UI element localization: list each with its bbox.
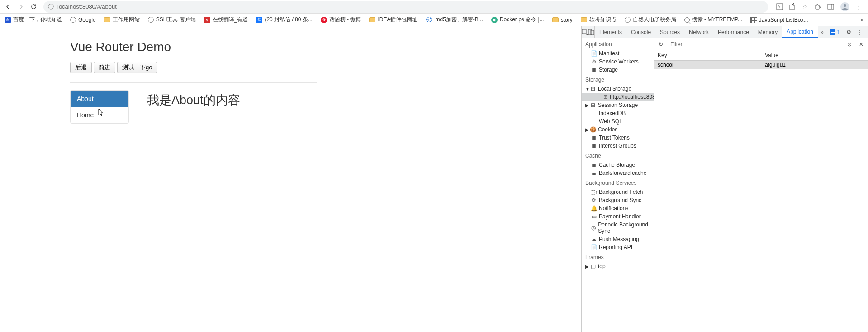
tree-label: Interest Groups xyxy=(599,143,636,149)
settings-icon[interactable]: ⚙ xyxy=(844,29,854,35)
tree-item[interactable]: ▶▢top xyxy=(582,262,654,270)
bookmark-item[interactable]: Google xyxy=(70,17,96,23)
delete-icon[interactable]: ✕ xyxy=(856,41,866,48)
devtools-tab-console[interactable]: Console xyxy=(626,26,655,38)
bookmark-icon: 〄 xyxy=(426,16,433,24)
tree-item[interactable]: ≣Trust Tokens xyxy=(582,134,654,142)
bookmark-item[interactable]: 〄md5加密、解密-B... xyxy=(426,16,483,24)
bookmarks-overflow[interactable]: » xyxy=(860,16,863,23)
bookmark-icon xyxy=(148,17,154,23)
info-icon: ⓘ xyxy=(48,3,54,11)
share-icon[interactable] xyxy=(789,3,796,10)
tree-item[interactable]: ≣Cache Storage xyxy=(582,161,654,169)
bookmark-item[interactable]: 软考知识点 xyxy=(581,16,617,24)
tree-item[interactable]: ⚙Service Workers xyxy=(582,58,654,66)
page-content: Vue Router Demo 后退 前进 测试一下go About Home … xyxy=(0,26,581,332)
tree-icon: ⊞ xyxy=(603,94,608,100)
devtools-close-icon[interactable]: ✕ xyxy=(865,29,868,35)
address-bar[interactable]: ⓘ localhost:8080/#/about xyxy=(43,1,768,13)
url-text: localhost:8080/#/about xyxy=(57,3,117,10)
tree-item[interactable]: ▭Payment Handler xyxy=(582,212,654,221)
device-toggle-icon[interactable] xyxy=(588,26,595,38)
tree-item[interactable]: ≣Interest Groups xyxy=(582,142,654,150)
profile-icon[interactable] xyxy=(840,2,849,11)
bookmark-item[interactable]: 自然人电子税务局 xyxy=(625,16,676,24)
devtools-application-tree: Application📄Manifest⚙Service Workers≣Sto… xyxy=(582,38,654,332)
tree-label: Back/forward cache xyxy=(599,170,646,176)
bookmark-label: (20 封私信 / 80 条... xyxy=(265,16,312,24)
tree-icon: ⊞ xyxy=(590,102,596,108)
storage-col-value[interactable]: Value xyxy=(761,50,868,61)
tree-icon: ≣ xyxy=(591,143,597,149)
tree-item[interactable]: 🔔Notifications xyxy=(582,204,654,212)
bookmark-item[interactable]: 知(20 封私信 / 80 条... xyxy=(256,16,312,24)
button-row: 后退 前进 测试一下go xyxy=(70,62,317,73)
devtools-tab-network[interactable]: Network xyxy=(684,26,713,38)
nav-item-home[interactable]: Home xyxy=(71,107,128,123)
tree-item[interactable]: ▼⊞Local Storage xyxy=(582,85,654,93)
svg-text:A: A xyxy=(778,5,780,9)
tree-item[interactable]: ≣IndexedDB xyxy=(582,109,654,117)
bookmark-label: 百度一下，你就知道 xyxy=(13,16,62,24)
star-icon[interactable]: ☆ xyxy=(802,3,808,10)
devtools-tab-sources[interactable]: Sources xyxy=(655,26,684,38)
tree-item[interactable]: ⬚↑Background Fetch xyxy=(582,188,654,196)
devtools-tab-performance[interactable]: Performance xyxy=(713,26,754,38)
tree-label: top xyxy=(598,263,606,269)
tree-item[interactable]: ≣Web SQL xyxy=(582,117,654,125)
bookmark-item[interactable]: 搜索 - MYFREEMP... xyxy=(684,16,742,24)
tabs-overflow[interactable]: » xyxy=(818,29,826,35)
clear-icon[interactable]: ⊘ xyxy=(844,41,854,48)
tree-item[interactable]: ☁Push Messaging xyxy=(582,235,654,243)
tree-item[interactable]: ▶🍪Cookies xyxy=(582,125,654,134)
extensions-icon[interactable] xyxy=(814,3,821,10)
reload-button[interactable] xyxy=(27,0,40,13)
browser-toolbar: ⓘ localhost:8080/#/about A ☆ ⋮ xyxy=(0,0,868,14)
tree-item[interactable]: ▶⊞Session Storage xyxy=(582,101,654,109)
inspect-icon[interactable] xyxy=(582,26,588,38)
sidepanel-icon[interactable] xyxy=(827,3,834,10)
bookmark-item[interactable]: JavaScript ListBox... xyxy=(750,17,808,23)
forward-history-button[interactable]: 前进 xyxy=(94,62,115,73)
tree-item[interactable]: 📄Manifest xyxy=(582,49,654,58)
tree-section-title: Storage xyxy=(582,74,654,85)
tree-item[interactable]: ◷Periodic Background Sync xyxy=(582,221,654,235)
bookmark-item[interactable]: 百百度一下，你就知道 xyxy=(5,16,62,24)
tree-icon: ▢ xyxy=(590,263,596,269)
bookmark-label: SSH工具 客户端 xyxy=(156,16,196,24)
forward-button[interactable] xyxy=(14,0,27,13)
back-history-button[interactable]: 后退 xyxy=(70,62,92,73)
bookmark-item[interactable]: ❻话题榜 - 微博 xyxy=(321,16,361,24)
tree-item[interactable]: ⟳Background Sync xyxy=(582,196,654,204)
storage-key-cell[interactable]: school xyxy=(654,61,761,69)
tree-item[interactable]: ≣Back/forward cache xyxy=(582,169,654,177)
devtools-storage-pane: ↻ ⊘ ✕ Key school Value atguigu1 xyxy=(654,38,868,332)
refresh-icon[interactable]: ↻ xyxy=(656,41,666,48)
tree-item[interactable]: ⊞http://localhost:8080 xyxy=(582,93,654,101)
bookmark-item[interactable]: IDEA插件包网址 xyxy=(369,16,417,24)
storage-filter-input[interactable] xyxy=(668,40,843,48)
translate-icon[interactable]: A xyxy=(776,3,783,10)
menu-icon[interactable]: ⋮ xyxy=(856,3,862,10)
bookmark-item[interactable]: story xyxy=(552,17,573,23)
tree-item[interactable]: ≣Storage xyxy=(582,66,654,74)
back-button[interactable] xyxy=(2,0,14,13)
devtools-menu-icon[interactable]: ⋮ xyxy=(854,29,865,35)
tree-label: Local Storage xyxy=(598,86,631,92)
divider xyxy=(70,82,317,83)
devtools-panel: ElementsConsoleSourcesNetworkPerformance… xyxy=(581,26,868,332)
devtools-tab-application[interactable]: Application xyxy=(782,26,818,38)
bookmark-item[interactable]: ●Docker ps 命令 |... xyxy=(491,16,544,24)
bookmark-item[interactable]: SSH工具 客户端 xyxy=(148,16,196,24)
tree-item[interactable]: 📄Reporting API xyxy=(582,243,654,251)
bookmark-item[interactable]: 工作用网站 xyxy=(104,16,140,24)
bookmark-item[interactable]: y在线翻译_有道 xyxy=(204,16,248,24)
storage-col-key[interactable]: Key xyxy=(654,50,761,61)
issues-badge[interactable]: 1 xyxy=(826,29,844,35)
devtools-tab-elements[interactable]: Elements xyxy=(595,26,626,38)
nav-panel: About Home xyxy=(70,90,129,124)
devtools-tab-memory[interactable]: Memory xyxy=(754,26,782,38)
nav-item-about[interactable]: About xyxy=(71,91,128,107)
test-go-button[interactable]: 测试一下go xyxy=(117,62,157,73)
storage-value-cell[interactable]: atguigu1 xyxy=(761,61,868,69)
